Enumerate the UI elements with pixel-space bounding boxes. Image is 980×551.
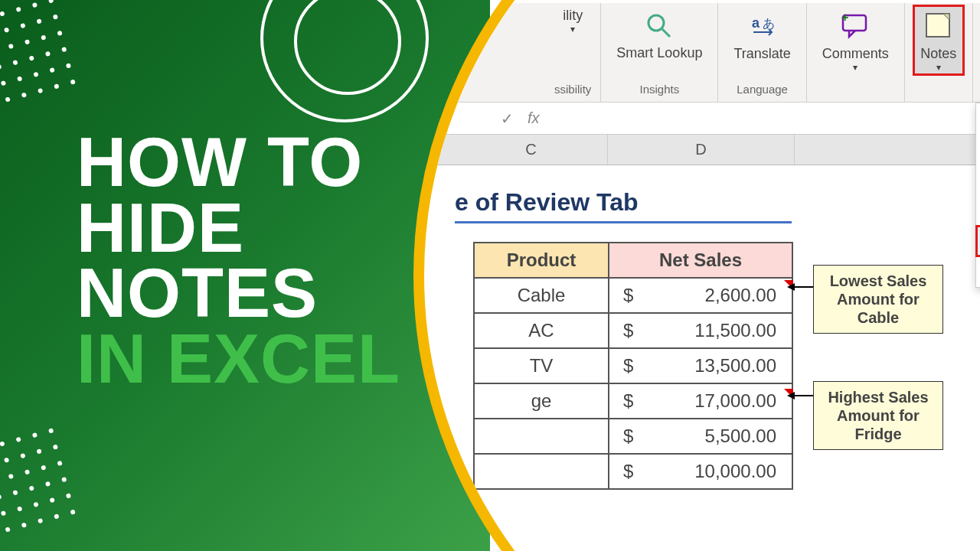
translate-button[interactable]: aあ Translate bbox=[727, 6, 796, 64]
column-header-d[interactable]: D bbox=[608, 135, 795, 165]
table-row: TV$13,500.00 bbox=[474, 348, 792, 383]
confirm-icon[interactable]: ✓ bbox=[501, 109, 514, 128]
insights-group-label: Insights bbox=[640, 83, 680, 99]
previous-note-menu-item[interactable]: Previo bbox=[976, 134, 980, 165]
formula-bar[interactable]: ✓ fx bbox=[424, 103, 980, 135]
accessibility-button[interactable]: ility ▾ bbox=[557, 6, 589, 36]
note-popup-lowest[interactable]: Lowest Sales Amount for Cable bbox=[813, 265, 943, 334]
decorative-dots-bottom bbox=[0, 428, 77, 539]
chevron-down-icon: ▾ bbox=[570, 24, 575, 34]
table-row: ge$17,000.00 bbox=[474, 383, 792, 419]
worksheet-area[interactable]: e of Review Tab Product Net Sales Cable$… bbox=[424, 165, 980, 188]
decorative-circles bbox=[260, 0, 429, 122]
show-all-notes-menu-item[interactable]: Show bbox=[976, 226, 980, 256]
column-headers: C D bbox=[424, 135, 980, 165]
language-group-label: Language bbox=[737, 83, 788, 99]
table-row: $10,000.00 bbox=[474, 454, 792, 489]
show-hide-note-menu-item[interactable]: Show/ bbox=[976, 195, 980, 226]
comments-button[interactable]: + Comments ▾ bbox=[816, 6, 895, 74]
fx-icon[interactable]: fx bbox=[528, 109, 540, 127]
notes-dropdown-menu: + New N Previo Next N Show/ Show Con bbox=[975, 103, 980, 288]
new-note-menu-item[interactable]: + New N bbox=[976, 103, 980, 134]
note-icon bbox=[920, 8, 957, 44]
table-row: $5,500.00 bbox=[474, 419, 792, 454]
chevron-down-icon: ▾ bbox=[936, 62, 941, 73]
note-connector bbox=[790, 286, 813, 288]
notes-button[interactable]: Notes ▾ bbox=[914, 6, 963, 74]
svg-point-0 bbox=[648, 15, 664, 31]
svg-line-1 bbox=[662, 29, 670, 37]
decorative-dots-top bbox=[0, 0, 77, 108]
sales-header[interactable]: Net Sales bbox=[609, 243, 792, 278]
convert-notes-menu-item[interactable]: Conve bbox=[976, 256, 980, 287]
comment-icon: + bbox=[837, 8, 874, 44]
accessibility-group-label: ssibility bbox=[554, 83, 591, 99]
table-row: Cable$2,600.00 bbox=[474, 278, 792, 313]
svg-text:あ: あ bbox=[763, 17, 775, 30]
table-header-row: Product Net Sales bbox=[474, 243, 792, 278]
svg-text:+: + bbox=[841, 11, 848, 24]
svg-text:a: a bbox=[752, 15, 760, 31]
section-title: e of Review Tab bbox=[455, 188, 792, 223]
note-popup-highest[interactable]: Highest Sales Amount for Fridge bbox=[813, 381, 943, 450]
smart-lookup-button[interactable]: Smart Lookup bbox=[610, 6, 708, 63]
search-icon bbox=[641, 8, 678, 44]
note-connector bbox=[790, 395, 813, 396]
translate-icon: aあ bbox=[744, 8, 781, 44]
svg-rect-6 bbox=[926, 14, 949, 37]
ribbon: ility ▾ ssibility Smart Lookup Insights … bbox=[424, 3, 980, 103]
table-row: AC$11,500.00 bbox=[474, 313, 792, 348]
column-header-c[interactable]: C bbox=[455, 135, 608, 165]
chevron-down-icon: ▾ bbox=[853, 62, 858, 73]
excel-screenshot-reveal: ility ▾ ssibility Smart Lookup Insights … bbox=[413, 0, 980, 551]
excel-window: ility ▾ ssibility Smart Lookup Insights … bbox=[424, 3, 980, 188]
next-note-menu-item[interactable]: Next N bbox=[976, 165, 980, 195]
sales-table: Product Net Sales Cable$2,600.00 AC$11,5… bbox=[473, 242, 793, 490]
product-header[interactable]: Product bbox=[474, 243, 609, 278]
